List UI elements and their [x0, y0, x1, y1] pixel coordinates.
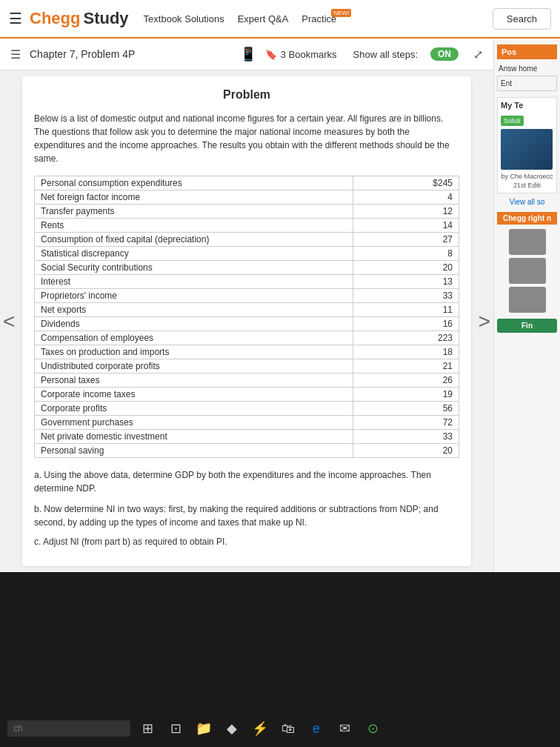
row-label: Proprietors' income [35, 289, 353, 303]
taskbar-dropbox-icon[interactable]: ◆ [221, 717, 243, 740]
row-value: 12 [353, 205, 459, 219]
row-value: 20 [353, 444, 459, 458]
row-label: Interest [35, 275, 353, 289]
table-row: Compensation of employees223 [35, 331, 459, 345]
data-table: Personal consumption expenditures$245Net… [34, 176, 459, 458]
row-value: 14 [353, 219, 459, 233]
expand-icon[interactable]: ⤢ [473, 47, 483, 62]
avatar-3 [509, 287, 546, 313]
taskbar-flash-icon[interactable]: ⚡ [249, 717, 271, 740]
row-label: Personal taxes [35, 374, 353, 388]
row-label: Consumption of fixed capital (depreciati… [35, 233, 353, 247]
next-problem-button[interactable]: > [479, 310, 490, 333]
taskbar-search-input[interactable] [7, 720, 130, 737]
table-row: Net private domestic investment33 [35, 430, 459, 444]
taskbar: ⊞ ⊡ 📁 ◆ ⚡ 🛍 e ✉ ⊙ [0, 710, 560, 747]
taskbar-folder-icon[interactable]: 📁 [193, 717, 215, 740]
view-all-link[interactable]: View all so [510, 198, 545, 206]
book-title: by Che Macroecc 21st Editi [501, 173, 553, 190]
question-a: a. Using the above data, determine GDP b… [34, 468, 459, 495]
taskbar-edge-icon[interactable]: e [305, 717, 327, 740]
row-value: 20 [353, 261, 459, 275]
avatar-2 [509, 258, 546, 284]
table-row: Corporate income taxes19 [35, 388, 459, 402]
row-label: Undistributed corporate profits [35, 359, 353, 374]
row-label: Compensation of employees [35, 331, 353, 345]
row-value: 19 [353, 388, 459, 402]
hamburger-menu[interactable]: ☰ [9, 10, 22, 27]
avatar-1 [509, 229, 546, 255]
taskbar-mail-icon[interactable]: ✉ [333, 717, 356, 740]
search-button[interactable]: Search [493, 8, 551, 30]
table-row: Consumption of fixed capital (depreciati… [35, 233, 459, 247]
row-label: Net foreign factor income [35, 190, 353, 205]
row-label: Personal consumption expenditures [35, 176, 353, 190]
table-row: Undistributed corporate profits21 [35, 359, 459, 374]
table-row: Net exports11 [35, 303, 459, 317]
table-row: Social Security contributions20 [35, 261, 459, 275]
row-value: 26 [353, 374, 459, 388]
main-panel: ☰ Chapter 7, Problem 4P 📱 🔖 3 Bookmarks … [0, 39, 493, 572]
prev-problem-button[interactable]: < [3, 310, 15, 333]
row-value: 16 [353, 317, 459, 331]
table-row: Personal consumption expenditures$245 [35, 176, 459, 190]
content-area: ☰ Chapter 7, Problem 4P 📱 🔖 3 Bookmarks … [0, 39, 560, 572]
taskbar-chrome-icon[interactable]: ⊙ [361, 717, 384, 740]
my-te-title: My Te [501, 101, 553, 110]
top-navigation: ☰ Chegg Study Textbook Solutions Expert … [0, 0, 560, 39]
row-value: 223 [353, 331, 459, 345]
table-row: Taxes on production and imports18 [35, 345, 459, 359]
book-thumbnail [501, 129, 553, 170]
practice-link[interactable]: Practice NEW! [301, 13, 336, 24]
row-value: 21 [353, 359, 459, 374]
table-row: Dividends16 [35, 317, 459, 331]
phone-icon: 📱 [240, 46, 256, 62]
row-value: 27 [353, 233, 459, 247]
row-label: Personal saving [35, 444, 353, 458]
row-label: Corporate income taxes [35, 388, 353, 402]
taskbar-windows-icon[interactable]: ⊞ [136, 717, 159, 740]
ans-home-text: Answ home [497, 62, 557, 76]
row-label: Corporate profits [35, 402, 353, 416]
taskbar-task-icon[interactable]: ⊡ [164, 717, 187, 740]
ent-panel: Ent [497, 76, 557, 91]
problem-description: Below is a list of domestic output and n… [34, 112, 459, 165]
question-c: c. Adjust NI (from part b) as required t… [34, 535, 459, 548]
expert-qa-link[interactable]: Expert Q&A [238, 13, 289, 24]
my-te-panel: My Te Soluti by Che Macroecc 21st Editi [497, 97, 557, 193]
row-value: $245 [353, 176, 459, 190]
row-label: Dividends [35, 317, 353, 331]
row-value: 56 [353, 402, 459, 416]
row-label: Net private domestic investment [35, 430, 353, 444]
find-button[interactable]: Fin [497, 319, 557, 333]
show-steps-toggle[interactable]: ON [430, 47, 459, 61]
table-row: Transfer payments12 [35, 205, 459, 219]
solution-badge: Soluti [501, 116, 524, 126]
table-row: Net foreign factor income4 [35, 190, 459, 205]
table-row: Personal taxes26 [35, 374, 459, 388]
row-label: Statistical discrepancy [35, 247, 353, 261]
list-icon: ☰ [10, 47, 21, 62]
bookmarks-button[interactable]: 🔖 3 Bookmarks [265, 49, 337, 60]
row-label: Rents [35, 219, 353, 233]
row-value: 13 [353, 275, 459, 289]
textbook-solutions-link[interactable]: Textbook Solutions [144, 13, 224, 24]
show-steps-label: Show all steps: [353, 49, 418, 60]
new-badge: NEW! [331, 9, 351, 17]
row-value: 33 [353, 289, 459, 303]
bookmarks-count: 3 Bookmarks [281, 49, 337, 60]
bookmark-icon: 🔖 [265, 49, 277, 60]
row-value: 18 [353, 345, 459, 359]
table-row: Interest13 [35, 275, 459, 289]
nav-links: Textbook Solutions Expert Q&A Practice N… [144, 13, 493, 24]
study-label: Study [83, 9, 128, 28]
problem-title: Problem [34, 88, 459, 102]
problem-container: < > Problem Below is a list of domestic … [16, 76, 477, 566]
row-label: Social Security contributions [35, 261, 353, 275]
row-value: 11 [353, 303, 459, 317]
row-label: Government purchases [35, 416, 353, 430]
row-value: 33 [353, 430, 459, 444]
chegg-right-panel: Chegg right n [497, 212, 557, 225]
taskbar-store-icon[interactable]: 🛍 [277, 717, 299, 740]
table-row: Government purchases72 [35, 416, 459, 430]
